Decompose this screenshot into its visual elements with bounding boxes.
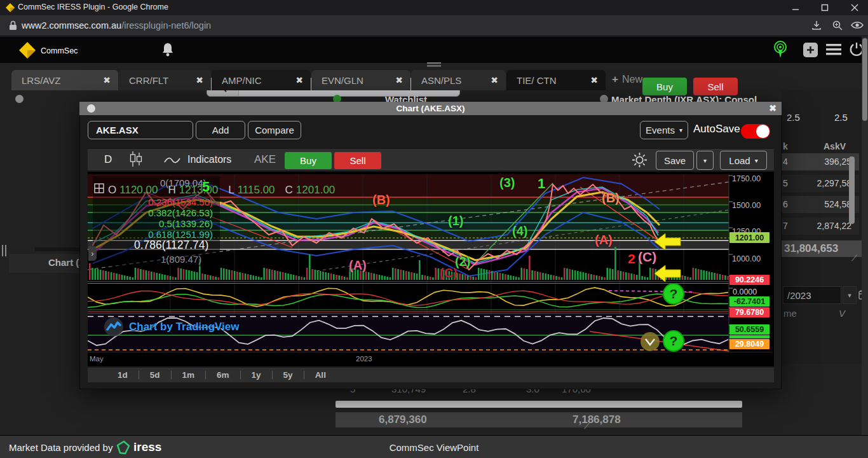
new-tab-label: New (622, 74, 642, 85)
date-filter-caret-button[interactable]: ▾ (843, 286, 857, 304)
depth-row-askvol: 2,874,22 (817, 221, 852, 231)
eye-icon[interactable] (851, 20, 864, 30)
compare-button[interactable]: Compare (248, 121, 301, 139)
depth-total-value: 31,804,653 (784, 242, 838, 255)
window-maximize-button[interactable] (815, 2, 834, 13)
tab-close-icon[interactable]: ✖ (395, 75, 403, 85)
caret-down-icon: ▾ (679, 127, 682, 134)
window-title: CommSec IRESS Plugin - Google Chrome (18, 3, 168, 11)
column-label-v: V (839, 308, 845, 319)
price-axis-tick: 1750.00 (732, 174, 761, 183)
toggle-knob (756, 125, 770, 138)
date-filter-box[interactable]: /2023 (783, 286, 841, 304)
elliott-wave-label: (4) (512, 224, 527, 239)
autosave-label: AutoSave (693, 123, 740, 135)
tab-close-icon[interactable]: ✖ (196, 75, 203, 85)
elliott-wave-label: (B) (372, 193, 390, 207)
tab-close-icon[interactable]: ✖ (103, 75, 111, 85)
fib-level: 0.382(1426.53) (86, 207, 213, 218)
pane-expand-chevron[interactable]: › (88, 246, 97, 261)
autosave-toggle[interactable] (741, 124, 770, 139)
add-button[interactable]: Add (196, 121, 245, 139)
tab-evngln[interactable]: EVN/GLN✖ (311, 70, 410, 90)
download-icon[interactable] (811, 20, 822, 31)
new-tab-button[interactable]: +New (612, 73, 642, 86)
indicator-value-badge: 79.6780 (729, 307, 770, 317)
tab-ampnic[interactable]: AMP/NIC✖ (212, 70, 311, 90)
chart-dialog-title: Chart (AKE.ASX) (79, 104, 782, 113)
tab-asnpls[interactable]: ASN/PLS✖ (411, 70, 506, 90)
range-button-5y[interactable]: 5y (273, 370, 304, 380)
tab-lrsavz[interactable]: LRS/AVZ✖ (11, 70, 118, 90)
alerts-beacon-icon[interactable] (772, 40, 789, 59)
total-right-value: 7,186,878 (573, 413, 621, 426)
grid-layout-icon[interactable] (94, 183, 104, 193)
tab-close-icon[interactable]: ✖ (295, 75, 303, 85)
range-button-6m[interactable]: 6m (206, 370, 240, 380)
depth-row: 72,874,22 (782, 218, 859, 235)
chart-dialog-titlebar[interactable]: Chart (AKE.ASX) ✖ (79, 102, 782, 115)
dialog-close-button[interactable]: ✖ (769, 103, 776, 113)
question-badge[interactable]: ? (663, 330, 684, 352)
ohlc-letter: C (285, 184, 293, 196)
chart-buy-button[interactable]: Buy (285, 152, 332, 169)
elliott-wave-label: (3) (499, 176, 515, 190)
settings-gear-icon[interactable] (631, 151, 648, 169)
caret-down-icon: ▾ (848, 291, 851, 300)
depth-row: 6524,58 (782, 196, 859, 213)
range-button-1y[interactable]: 1y (241, 370, 272, 380)
menu-hamburger-icon[interactable] (826, 44, 841, 55)
url-text[interactable]: www2.commsec.com.au/iressplugin-net6/log… (22, 20, 211, 31)
question-badge[interactable]: ? (663, 283, 684, 305)
date-filter-value: /2023 (787, 290, 811, 301)
ohlc-value: 1213.00 (179, 184, 218, 196)
range-button-5d[interactable]: 5d (139, 370, 171, 380)
add-widget-button[interactable] (803, 43, 818, 57)
tab-close-icon[interactable]: ✖ (491, 75, 498, 85)
save-caret-button[interactable]: ▾ (696, 151, 714, 170)
load-dropdown[interactable]: Load▾ (720, 151, 767, 170)
resize-handle-icon[interactable]: ⟋ (851, 253, 857, 263)
indicators-button[interactable]: Indicators (187, 154, 231, 165)
line-tool-icon[interactable] (164, 156, 180, 164)
tab-label: EVN/GLN (322, 75, 363, 86)
candlestick-style-icon[interactable] (129, 151, 143, 167)
elliott-wave-label: 2 (628, 251, 635, 267)
panel-status-dot (15, 95, 24, 103)
range-button-1m[interactable]: 1m (172, 370, 206, 380)
time-axis-label: May (90, 355, 104, 363)
drag-grip-icon[interactable] (427, 62, 441, 67)
depth-scrollbar-thumb[interactable] (849, 156, 855, 224)
zoom-icon[interactable] (832, 20, 843, 31)
price-axis-tick: 1000.00 (732, 254, 761, 263)
timeframe-button[interactable]: D (104, 153, 112, 166)
bell-icon[interactable] (161, 42, 175, 57)
indicator-value-badge: 0.0000 (729, 287, 770, 297)
range-button-1d[interactable]: 1d (107, 370, 139, 380)
tab-crrflt[interactable]: CRR/FLT✖ (119, 70, 211, 90)
tab-tiectn[interactable]: TIE/ CTN✖ (506, 70, 606, 90)
window-minimize-button[interactable] (786, 2, 805, 13)
chart-sell-button[interactable]: Sell (334, 152, 381, 169)
save-button[interactable]: Save (656, 151, 694, 170)
plus-icon (806, 46, 815, 54)
url-host: www2.commsec.com.au (22, 20, 121, 31)
tab-label: TIE/ CTN (517, 75, 557, 86)
url-path: /iressplugin-net6/login (121, 20, 211, 31)
splitter-handle-icon[interactable] (1, 245, 8, 256)
elliott-wave-label: 5 (202, 179, 210, 195)
page-scrollbar-thumb[interactable] (862, 38, 867, 121)
events-dropdown[interactable]: Events▾ (640, 121, 688, 139)
depth-row-level: 6 (783, 199, 788, 209)
tradingview-watermark: Chart by TradingView (104, 317, 240, 337)
ohlc-letter: O (108, 184, 116, 196)
resize-handle-icon[interactable]: ⟋ (584, 421, 590, 431)
tab-close-icon[interactable]: ✖ (590, 75, 598, 85)
symbol-input[interactable]: AKE.ASX (88, 121, 193, 139)
fib-level: 0.5(1339.26) (86, 218, 213, 229)
window-close-button[interactable] (845, 2, 864, 13)
range-button-all[interactable]: All (304, 370, 337, 380)
range-selector-row: 1d5d1m6m1y5yAll (88, 368, 774, 382)
depth-row-askvol: 2,297,58 (817, 178, 852, 188)
quote-value-left: 2.5 (787, 112, 800, 123)
